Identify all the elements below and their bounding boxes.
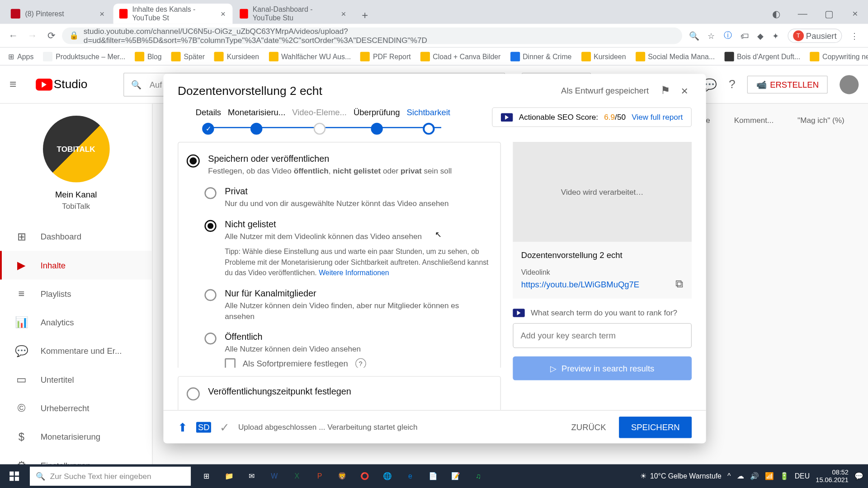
taskbar-app[interactable]: e bbox=[400, 465, 421, 488]
taskbar-app[interactable]: 📁 bbox=[218, 465, 240, 488]
sidebar-item-monetization[interactable]: $Monetarisierung bbox=[0, 422, 152, 451]
subtitles-icon: ▭ bbox=[14, 373, 29, 386]
language-indicator[interactable]: DEU bbox=[795, 472, 810, 480]
weather-widget[interactable]: ☀10°C Gelbe Warnstufe bbox=[640, 472, 722, 480]
taskbar-app[interactable]: ✉ bbox=[241, 465, 262, 488]
bookmark[interactable]: Wahlfächer WU Aus... bbox=[265, 52, 354, 61]
channel-avatar[interactable]: TOBITALK bbox=[42, 116, 109, 183]
bookmark[interactable]: Social Media Mana... bbox=[632, 52, 718, 61]
notifications-icon[interactable]: 💬 bbox=[854, 472, 863, 480]
close-icon[interactable]: × bbox=[98, 9, 106, 18]
sidebar-item-playlists[interactable]: ≡Playlists bbox=[0, 280, 152, 308]
bookmark[interactable]: Dinner & Crime bbox=[507, 52, 576, 61]
radio-private[interactable] bbox=[204, 187, 216, 199]
svg-rect-1 bbox=[15, 471, 19, 475]
preview-search-button[interactable]: ▷Preview in search results bbox=[513, 357, 692, 380]
radio-schedule[interactable] bbox=[187, 387, 200, 400]
incognito-icon: ◐ bbox=[763, 8, 789, 19]
upload-dialog: Dozentenvorstellung 2 echt Als Entwurf g… bbox=[163, 74, 706, 444]
radio-unlisted[interactable] bbox=[204, 220, 216, 232]
step-visibility[interactable]: Sichtbarkeit bbox=[406, 107, 450, 135]
taskbar-app[interactable]: 📄 bbox=[422, 465, 443, 488]
forward-button[interactable]: → bbox=[24, 27, 41, 44]
extensions-icon[interactable]: ✦ bbox=[772, 31, 779, 40]
browser-tab[interactable]: Kanal-Dashboard - YouTube Stu× bbox=[234, 4, 353, 24]
menu-icon[interactable]: ⋮ bbox=[850, 31, 859, 40]
taskbar-app[interactable]: 🌐 bbox=[377, 465, 398, 488]
step-details[interactable]: Details✓ bbox=[196, 107, 221, 135]
save-status: Als Entwurf gespeichert bbox=[561, 86, 649, 95]
copyright-icon: © bbox=[14, 402, 29, 415]
star-icon[interactable]: ☆ bbox=[708, 31, 715, 40]
content-icon: ▶ bbox=[14, 258, 29, 272]
clock[interactable]: 08:5215.06.2021 bbox=[816, 468, 849, 484]
seo-icon bbox=[501, 113, 513, 121]
taskbar-app[interactable]: P bbox=[309, 465, 330, 488]
taskbar-app[interactable]: ⭕ bbox=[354, 465, 375, 488]
browser-tab[interactable]: (8) Pinterest× bbox=[5, 4, 112, 24]
bookmark[interactable]: ⊞Apps bbox=[5, 52, 38, 60]
bookmark[interactable]: Copywriting neu bbox=[806, 52, 868, 61]
keyword-input[interactable] bbox=[513, 323, 692, 348]
seo-report-link[interactable]: View full report bbox=[632, 113, 683, 122]
taskbar-search[interactable]: 🔍Zur Suche Text hier eingeben bbox=[30, 467, 191, 486]
copy-icon[interactable]: ⧉ bbox=[675, 278, 683, 291]
youtube-studio-logo[interactable]: Studio bbox=[36, 77, 87, 91]
premiere-checkbox[interactable] bbox=[225, 358, 236, 368]
save-button[interactable]: SPEICHERN bbox=[619, 416, 692, 437]
bookmark[interactable]: Produktsuche – Mer... bbox=[40, 52, 129, 61]
radio-members[interactable] bbox=[204, 289, 216, 300]
step-monetization[interactable]: Monetarisieru... bbox=[228, 107, 285, 135]
bookmark[interactable]: Blog bbox=[131, 52, 165, 61]
sidebar-item-analytics[interactable]: 📊Analytics bbox=[0, 308, 152, 337]
zoom-icon[interactable]: 🔍 bbox=[689, 31, 699, 40]
feedback-icon[interactable]: ⚑ bbox=[660, 84, 670, 97]
bookmark[interactable]: Bois d'Argent Duft... bbox=[721, 52, 804, 61]
ext-icon[interactable]: ⓘ bbox=[724, 30, 732, 41]
step-review[interactable]: Überprüfung bbox=[354, 107, 400, 135]
system-tray[interactable]: ^☁🔊📶🔋 bbox=[727, 472, 788, 480]
help-icon[interactable]: ? bbox=[355, 358, 366, 368]
taskbar-app[interactable]: ♫ bbox=[467, 465, 489, 488]
maximize-button[interactable]: ▢ bbox=[816, 8, 842, 19]
close-button[interactable]: × bbox=[677, 84, 692, 98]
minimize-button[interactable]: — bbox=[789, 8, 816, 19]
help-icon[interactable]: ? bbox=[729, 77, 736, 91]
taskbar-app[interactable]: 🦁 bbox=[331, 465, 353, 488]
radio-save-publish[interactable] bbox=[187, 155, 200, 168]
step-elements[interactable]: Video-Eleme... bbox=[292, 107, 347, 135]
ext-icon[interactable]: 🏷 bbox=[741, 31, 749, 40]
menu-icon[interactable]: ≡ bbox=[9, 77, 24, 91]
sidebar-item-dashboard[interactable]: ⊞Dashboard bbox=[0, 222, 152, 251]
close-icon[interactable]: × bbox=[340, 9, 347, 18]
close-window-button[interactable]: × bbox=[842, 8, 868, 19]
taskbar-app[interactable]: X bbox=[286, 465, 307, 488]
create-button[interactable]: 📹ERSTELLEN bbox=[747, 75, 828, 94]
new-tab-button[interactable]: + bbox=[357, 7, 373, 24]
task-view-icon[interactable]: ⊞ bbox=[196, 465, 217, 488]
bookmark[interactable]: Kursideen bbox=[578, 52, 630, 61]
back-button[interactable]: ZURÜCK bbox=[561, 416, 615, 437]
sidebar-item-subtitles[interactable]: ▭Untertitel bbox=[0, 366, 152, 394]
sidebar-item-comments[interactable]: 💬Kommentare und Er... bbox=[0, 337, 152, 365]
back-button[interactable]: ← bbox=[5, 27, 22, 44]
reload-button[interactable]: ⟳ bbox=[43, 27, 60, 44]
bookmark[interactable]: PDF Report bbox=[357, 52, 414, 61]
taskbar-app[interactable]: 📝 bbox=[445, 465, 466, 488]
radio-public[interactable] bbox=[204, 333, 216, 344]
sidebar-item-copyright[interactable]: ©Urheberrecht bbox=[0, 394, 152, 422]
sidebar-item-content[interactable]: ▶Inhalte bbox=[0, 251, 152, 279]
video-link[interactable]: https://youtu.be/LWiGBMuQg7E bbox=[521, 279, 639, 289]
ext-icon[interactable]: ◆ bbox=[757, 31, 764, 40]
browser-tab-active[interactable]: Inhalte des Kanals - YouTube St× bbox=[113, 4, 233, 24]
bookmark[interactable]: Cload + Canva Bilder bbox=[417, 52, 505, 61]
bookmark[interactable]: Kursideen bbox=[211, 52, 263, 61]
close-icon[interactable]: × bbox=[219, 9, 226, 18]
bookmark[interactable]: Später bbox=[168, 52, 208, 61]
address-bar[interactable]: 🔒studio.youtube.com/channel/UC6N5u-OiGz_… bbox=[62, 27, 682, 44]
taskbar-app[interactable]: W bbox=[264, 465, 285, 488]
profile-button[interactable]: TPausiert bbox=[788, 28, 842, 43]
tip-link[interactable]: Weitere Informationen bbox=[319, 268, 389, 277]
avatar[interactable] bbox=[840, 75, 859, 94]
start-button[interactable] bbox=[0, 465, 28, 488]
